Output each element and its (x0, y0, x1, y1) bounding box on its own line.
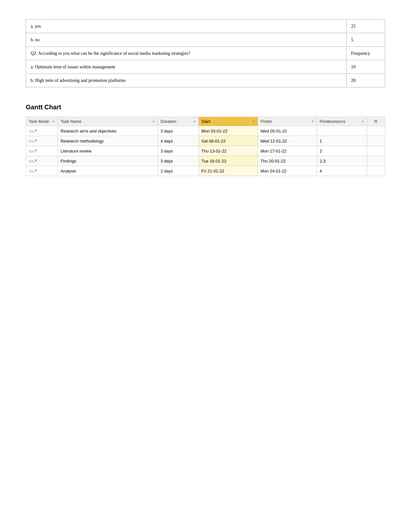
sort-arrow-predecessors: ▼ (361, 120, 364, 123)
col-header-predecessors: Predecessors ▼ (317, 117, 367, 126)
gantt-row: ▭↗Literature review3 daysThu 13-01-22Mon… (26, 146, 385, 156)
task-duration-cell: 2 days (158, 166, 199, 176)
answer-b-no-value: 5 (347, 33, 385, 47)
gantt-section: Gantt Chart Task Mode ▼ Task Name ▼ (26, 103, 385, 176)
table-row: b. no 5 (26, 33, 385, 47)
table-row: a. Optimum term of issues within managem… (26, 60, 385, 74)
task-predecessors-cell: 2,3 (317, 156, 367, 166)
answer-a-optimum-value: 10 (347, 60, 385, 74)
task-duration-cell: 4 days (158, 136, 199, 146)
sort-arrow-start: ▼ (252, 120, 255, 123)
task-name-cell: Literature review (58, 146, 158, 156)
task-duration-cell: 3 days (158, 156, 199, 166)
sort-arrow-task-name: ▼ (152, 120, 155, 123)
task-mode-cell: ▭↗ (26, 156, 58, 166)
task-finish-cell: Mon 24-01-22 (258, 166, 317, 176)
task-duration-cell: 3 days (158, 146, 199, 156)
gantt-row: ▭↗Research aims and objectives3 daysMon … (26, 126, 385, 136)
col-header-task-name: Task Name ▼ (58, 117, 158, 126)
col-header-start: Start ▼ (199, 117, 258, 126)
task-mode-icon: ▭↗ (29, 138, 37, 143)
question-2-header: Frequency (347, 47, 385, 60)
answer-b-no-label: b. no (26, 33, 347, 47)
task-finish-cell: Wed 05-01-22 (258, 126, 317, 136)
col-header-duration: Duration ▼ (158, 117, 199, 126)
task-start-cell: Sat 08-01-22 (199, 136, 258, 146)
task-finish-cell: Thu 20-01-22 (258, 156, 317, 166)
task-duration-cell: 3 days (158, 126, 199, 136)
answer-a-yes-value: 25 (347, 20, 385, 33)
task-finish-cell: Wed 12-01-22 (258, 136, 317, 146)
task-start-cell: Mon 03-01-22 (199, 126, 258, 136)
task-predecessors-cell: 2 (317, 146, 367, 156)
table-row: a. yes 25 (26, 20, 385, 33)
sort-arrow-task-mode: ▼ (52, 120, 55, 123)
answer-b-high-label: b. High term of advertising and promotio… (26, 74, 347, 87)
col-header-task-mode: Task Mode ▼ (26, 117, 58, 126)
task-mode-cell: ▭↗ (26, 126, 58, 136)
task-mode-icon: ▭↗ (29, 168, 37, 173)
task-mode-cell: ▭↗ (26, 146, 58, 156)
task-predecessors-cell: 4 (317, 166, 367, 176)
question-2-label: Q2. According to you what can be the sig… (26, 47, 347, 60)
task-name-cell: Analysis (58, 166, 158, 176)
gantt-title: Gantt Chart (26, 103, 385, 111)
gantt-table: Task Mode ▼ Task Name ▼ Duration ▼ (26, 117, 385, 176)
task-start-cell: Thu 13-01-22 (199, 146, 258, 156)
task-name-cell: Research methodology (58, 136, 158, 146)
task-predecessors-cell (317, 126, 367, 136)
sort-arrow-finish: ▼ (311, 120, 314, 123)
task-mode-icon: ▭↗ (29, 128, 37, 133)
gantt-row: ▭↗Analysis2 daysFri 21-01-22Mon 24-01-22… (26, 166, 385, 176)
answer-b-high-value: 20 (347, 74, 385, 87)
gantt-header: Task Mode ▼ Task Name ▼ Duration ▼ (26, 117, 385, 126)
table-row: b. High term of advertising and promotio… (26, 74, 385, 87)
task-mode-cell: ▭↗ (26, 136, 58, 146)
task-mode-cell: ▭↗ (26, 166, 58, 176)
task-r-cell (367, 136, 385, 146)
task-r-cell (367, 156, 385, 166)
col-header-r: R (367, 117, 385, 126)
task-r-cell (367, 166, 385, 176)
task-name-cell: Research aims and objectives (58, 126, 158, 136)
answer-a-yes-label: a. yes (26, 20, 347, 33)
task-mode-icon: ▭↗ (29, 148, 37, 153)
answer-a-optimum-label: a. Optimum term of issues within managem… (26, 60, 347, 74)
gantt-row: ▭↗Research methodology4 daysSat 08-01-22… (26, 136, 385, 146)
task-mode-icon: ▭↗ (29, 158, 37, 163)
col-header-finish: Finish ▼ (258, 117, 317, 126)
gantt-row: ▭↗Findings3 daysTue 18-01-22Thu 20-01-22… (26, 156, 385, 166)
task-name-cell: Findings (58, 156, 158, 166)
task-r-cell (367, 146, 385, 156)
survey-table: a. yes 25 b. no 5 Q2. According to you w… (26, 19, 385, 87)
task-start-cell: Fri 21-01-22 (199, 166, 258, 176)
task-start-cell: Tue 18-01-22 (199, 156, 258, 166)
sort-arrow-duration: ▼ (193, 120, 196, 123)
task-predecessors-cell: 1 (317, 136, 367, 146)
task-finish-cell: Mon 17-01-22 (258, 146, 317, 156)
table-row: Q2. According to you what can be the sig… (26, 47, 385, 60)
task-r-cell (367, 126, 385, 136)
